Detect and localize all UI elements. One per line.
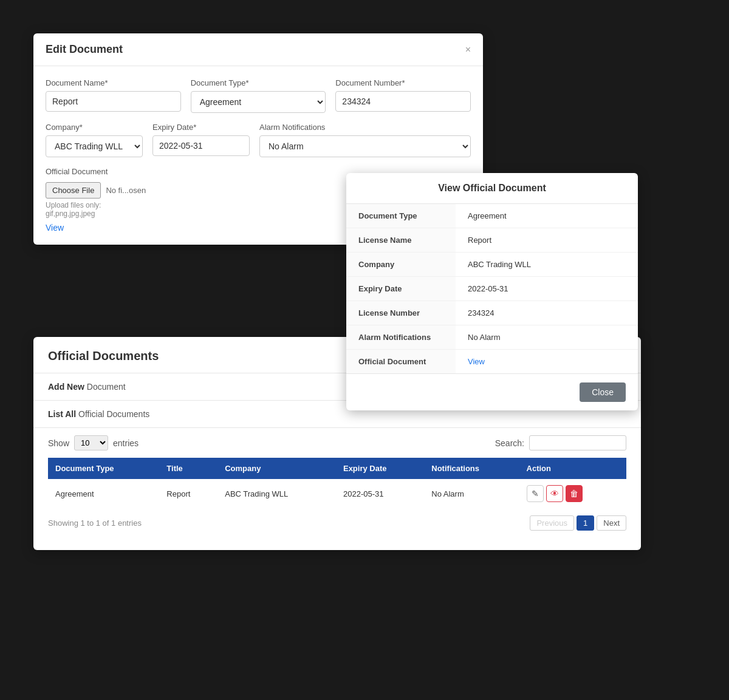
prev-button[interactable]: Previous — [530, 515, 574, 531]
cell-expiry-date: 2022-05-31 — [336, 479, 424, 508]
document-number-group: Document Number* — [335, 78, 471, 113]
cell-title: Report — [159, 479, 217, 508]
view-modal-close-button[interactable]: Close — [580, 382, 626, 402]
info-value-official-document-link[interactable]: View — [456, 350, 638, 373]
cell-action: ✎ 👁 🗑 — [519, 479, 626, 508]
document-type-label: Document Type* — [191, 78, 326, 87]
document-number-input[interactable] — [335, 91, 471, 112]
info-row-license-name: License Name Report — [346, 228, 638, 253]
expiry-date-input[interactable] — [152, 135, 250, 156]
show-label: Show — [48, 438, 69, 448]
table-body: Agreement Report ABC Trading WLL 2022-05… — [48, 479, 626, 508]
documents-table: Document Type Title Company Expiry Date … — [48, 458, 626, 508]
info-value-license-name: Report — [456, 228, 638, 252]
table-controls: Show 10 25 50 100 entries Search: — [33, 428, 641, 458]
add-new-span: Document — [84, 382, 126, 392]
info-value-license-number: 234324 — [456, 301, 638, 325]
cell-notifications: No Alarm — [424, 479, 519, 508]
info-label-license-name: License Name — [346, 228, 456, 252]
info-row-document-type: Document Type Agreement — [346, 204, 638, 228]
table-footer: Showing 1 to 1 of 1 entries Previous 1 N… — [33, 508, 641, 538]
info-value-alarm-notifications: No Alarm — [456, 325, 638, 349]
list-all-bold: List All — [48, 409, 76, 419]
info-row-license-number: License Number 234324 — [346, 301, 638, 325]
view-button[interactable]: 👁 — [546, 485, 563, 502]
edit-modal-title: Edit Document — [46, 43, 123, 56]
table-header: Document Type Title Company Expiry Date … — [48, 458, 626, 479]
view-modal-title: View Official Document — [438, 183, 546, 193]
edit-modal-header: Edit Document × — [33, 33, 483, 66]
add-new-text[interactable]: Add New Document — [48, 382, 126, 392]
add-new-bold: Add New — [48, 382, 84, 392]
info-label-expiry-date: Expiry Date — [346, 277, 456, 301]
form-row-1: Document Name* Document Type* Agreement … — [46, 78, 471, 113]
search-input[interactable] — [529, 435, 626, 450]
info-value-company: ABC Trading WLL — [456, 253, 638, 276]
info-row-official-document: Official Document View — [346, 350, 638, 373]
page-1-button[interactable]: 1 — [577, 515, 594, 531]
company-select[interactable]: ABC Trading WLL XYZ Corp — [46, 135, 143, 157]
list-all-span: Official Documents — [76, 409, 149, 419]
expiry-date-label: Expiry Date* — [152, 123, 250, 132]
view-modal-header: View Official Document — [346, 173, 638, 204]
pagination: Previous 1 Next — [530, 515, 626, 531]
cell-document-type: Agreement — [48, 479, 159, 508]
show-entries: Show 10 25 50 100 entries — [48, 435, 139, 450]
show-entries-select[interactable]: 10 25 50 100 — [74, 435, 108, 450]
info-label-document-type: Document Type — [346, 204, 456, 228]
entries-label: entries — [113, 438, 139, 448]
search-area: Search: — [495, 435, 626, 450]
col-action: Action — [519, 458, 626, 479]
info-value-document-type: Agreement — [456, 204, 638, 228]
cell-company: ABC Trading WLL — [217, 479, 336, 508]
document-type-select[interactable]: Agreement Contract License — [191, 91, 326, 113]
alarm-notifications-group: Alarm Notifications No Alarm 1 Month 2 M… — [259, 123, 471, 157]
file-name-display: No fi...osen — [106, 186, 146, 195]
form-row-2: Company* ABC Trading WLL XYZ Corp Expiry… — [46, 123, 471, 157]
showing-text: Showing 1 to 1 of 1 entries — [48, 518, 142, 528]
info-label-alarm-notifications: Alarm Notifications — [346, 325, 456, 349]
table-row: Agreement Report ABC Trading WLL 2022-05… — [48, 479, 626, 508]
view-modal-footer: Close — [346, 373, 638, 410]
info-value-expiry-date: 2022-05-31 — [456, 277, 638, 301]
col-expiry-date: Expiry Date — [336, 458, 424, 479]
info-row-company: Company ABC Trading WLL — [346, 253, 638, 277]
edit-modal-close-button[interactable]: × — [465, 44, 471, 55]
info-label-license-number: License Number — [346, 301, 456, 325]
edit-button[interactable]: ✎ — [527, 485, 544, 502]
info-label-company: Company — [346, 253, 456, 276]
info-row-expiry-date: Expiry Date 2022-05-31 — [346, 277, 638, 301]
col-document-type: Document Type — [48, 458, 159, 479]
company-group: Company* ABC Trading WLL XYZ Corp — [46, 123, 143, 157]
choose-file-button[interactable]: Choose File — [46, 182, 101, 199]
table-header-row: Document Type Title Company Expiry Date … — [48, 458, 626, 479]
info-label-official-document: Official Document — [346, 350, 456, 373]
view-official-document-modal: View Official Document Document Type Agr… — [346, 173, 638, 410]
document-name-label: Document Name* — [46, 78, 181, 87]
col-company: Company — [217, 458, 336, 479]
col-notifications: Notifications — [424, 458, 519, 479]
info-row-alarm-notifications: Alarm Notifications No Alarm — [346, 325, 638, 350]
view-modal-body: Document Type Agreement License Name Rep… — [346, 204, 638, 373]
col-title: Title — [159, 458, 217, 479]
document-name-group: Document Name* — [46, 78, 181, 113]
delete-button[interactable]: 🗑 — [566, 485, 583, 502]
expiry-date-group: Expiry Date* — [152, 123, 250, 157]
alarm-notifications-label: Alarm Notifications — [259, 123, 471, 132]
action-buttons: ✎ 👁 🗑 — [527, 485, 619, 502]
alarm-notifications-select[interactable]: No Alarm 1 Month 2 Months 3 Months — [259, 135, 471, 157]
document-type-group: Document Type* Agreement Contract Licens… — [191, 78, 326, 113]
company-label: Company* — [46, 123, 143, 132]
document-number-label: Document Number* — [335, 78, 471, 87]
next-button[interactable]: Next — [597, 515, 626, 531]
document-name-input[interactable] — [46, 91, 181, 112]
list-all-text: List All Official Documents — [48, 409, 149, 419]
search-label: Search: — [495, 438, 524, 448]
